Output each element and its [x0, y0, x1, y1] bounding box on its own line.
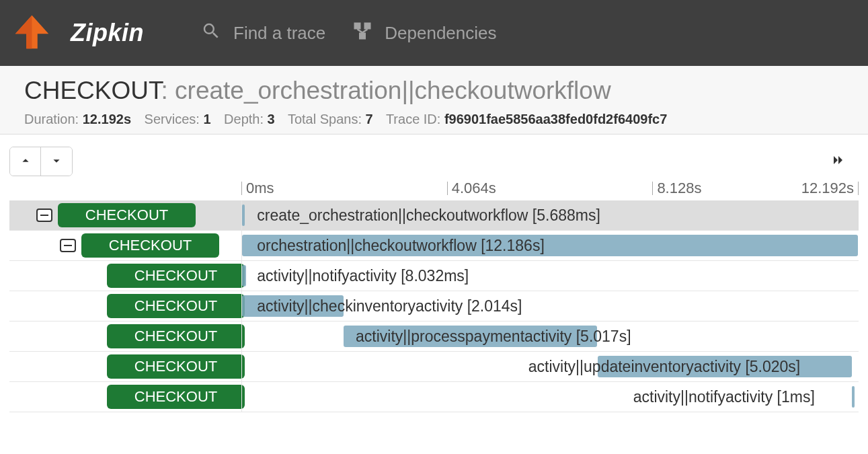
span-row[interactable]: CHECKOUTactivity||notifyactivity [8.032m…: [9, 261, 859, 291]
span-row[interactable]: CHECKOUTorchestration||checkoutworkflow …: [9, 231, 859, 261]
trace-title: CHECKOUT: create_orchestration||checkout…: [24, 77, 844, 105]
meta-total-spans: 7: [366, 112, 373, 126]
span-row[interactable]: CHECKOUTactivity||updateinventoryactivit…: [9, 352, 859, 382]
span-row[interactable]: CHECKOUTactivity||notifyactivity [1ms]: [9, 382, 859, 412]
ruler-tick: 12.192s: [801, 182, 859, 195]
trace-meta: Duration: 12.192s Services: 1 Depth: 3 T…: [24, 112, 844, 127]
service-pill: CHECKOUT: [107, 264, 245, 288]
nav-find-trace-label: Find a trace: [233, 23, 325, 44]
svg-marker-1: [15, 15, 32, 48]
dependencies-icon: [352, 21, 372, 46]
span-row[interactable]: CHECKOUTactivity||processpaymentactivity…: [9, 321, 859, 352]
expand-collapse-group: [9, 147, 73, 176]
app-header: Zipkin Find a trace Dependencies: [0, 0, 868, 66]
nav-dependencies[interactable]: Dependencies: [352, 21, 496, 46]
ruler-tick: 8.128s: [652, 182, 701, 195]
span-bar[interactable]: [242, 265, 246, 287]
service-pill: CHECKOUT: [107, 324, 245, 348]
meta-services: 1: [203, 112, 210, 126]
ruler-tick: 4.064s: [447, 182, 496, 195]
service-pill: CHECKOUT: [58, 203, 196, 227]
meta-depth: 3: [268, 112, 275, 126]
nav-dependencies-label: Dependencies: [385, 23, 496, 44]
service-pill: CHECKOUT: [107, 385, 245, 409]
span-bar[interactable]: [852, 386, 855, 408]
time-ruler: 0ms 4.064s 8.128s 12.192s: [9, 182, 859, 200]
trace-timeline: 0ms 4.064s 8.128s 12.192s CHECKOUTcreate…: [0, 182, 868, 426]
collapse-button[interactable]: [10, 147, 41, 176]
trace-service-name: CHECKOUT: [24, 77, 161, 104]
svg-rect-4: [359, 32, 366, 39]
service-pill: CHECKOUT: [107, 354, 245, 379]
svg-rect-3: [364, 22, 371, 29]
chevron-down-icon: [49, 153, 64, 170]
meta-trace-id: f96901fae5856aa38fed0fd2f6409fc7: [444, 112, 667, 126]
chevron-up-icon: [18, 153, 33, 170]
brand-name: Zipkin: [71, 19, 144, 47]
meta-duration: 12.192s: [83, 112, 131, 126]
double-chevron-right-icon: [828, 159, 849, 170]
trace-operation-name: create_orchestration||checkoutworkflow: [175, 77, 611, 104]
span-row[interactable]: CHECKOUTcreate_orchestration||checkoutwo…: [9, 200, 859, 231]
span-label: activity||updateinventoryactivity [5.020…: [526, 358, 803, 376]
span-row[interactable]: CHECKOUTactivity||checkinventoryactivity…: [9, 291, 859, 321]
collapse-toggle[interactable]: [36, 209, 52, 222]
svg-rect-2: [354, 22, 361, 29]
span-label: activity||processpaymentactivity [5.017s…: [353, 328, 634, 346]
svg-line-6: [362, 29, 368, 32]
expand-button[interactable]: [41, 147, 72, 176]
span-label: create_orchestration||checkoutworkflow […: [254, 206, 603, 225]
nav-find-trace[interactable]: Find a trace: [201, 21, 325, 46]
service-pill: CHECKOUT: [107, 294, 245, 318]
collapse-toggle[interactable]: [60, 239, 76, 252]
search-icon: [201, 21, 221, 46]
service-pill: CHECKOUT: [81, 233, 219, 258]
span-bar[interactable]: [242, 204, 245, 226]
svg-line-5: [358, 29, 363, 32]
span-label: activity||notifyactivity [1ms]: [631, 388, 818, 406]
ruler-tick: 0ms: [241, 182, 274, 195]
zipkin-logo-icon: [13, 13, 50, 53]
span-label: activity||checkinventoryactivity [2.014s…: [254, 297, 524, 315]
span-label: activity||notifyactivity [8.032ms]: [254, 267, 471, 285]
trace-title-bar: CHECKOUT: create_orchestration||checkout…: [0, 66, 868, 135]
span-label: orchestration||checkoutworkflow [12.186s…: [254, 237, 547, 255]
more-button[interactable]: [828, 152, 849, 171]
